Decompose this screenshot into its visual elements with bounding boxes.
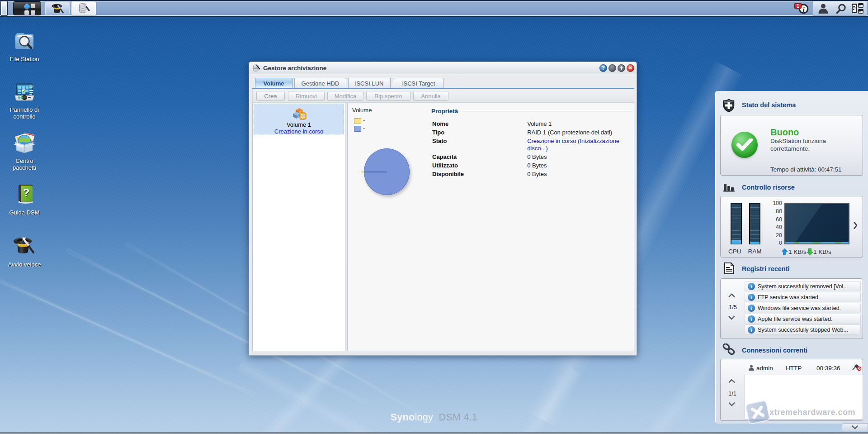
svg-text:?: ? [23,186,30,199]
